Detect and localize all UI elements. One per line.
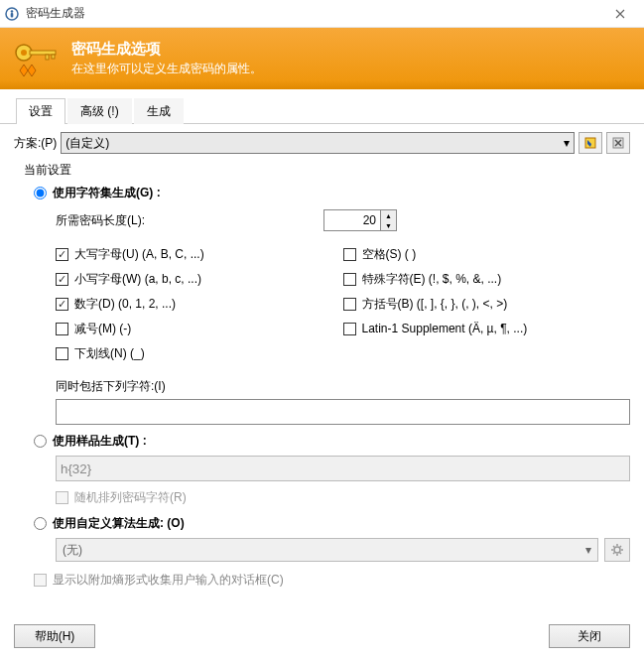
svg-point-1 [11,10,14,13]
entropy-checkbox[interactable] [34,574,47,587]
scheme-label: 方案:(P) [14,135,57,152]
window-title: 密码生成器 [26,5,600,22]
svg-line-15 [613,546,615,548]
close-window-button[interactable] [600,0,640,28]
radio-charset[interactable]: 使用字符集生成(G) : [34,185,630,201]
checkbox[interactable] [343,248,356,261]
checkbox-label: 空格(S) ( ) [362,246,417,263]
svg-point-10 [614,547,620,553]
tab-generate[interactable]: 生成 [134,98,184,124]
radio-pattern-input[interactable] [34,435,47,448]
key-icon [12,39,62,78]
close-button[interactable]: 关闭 [549,624,630,648]
banner: 密码生成选项 在这里你可以定义生成密码的属性。 [0,28,644,89]
checkbox-row[interactable]: 方括号(B) ([, ], {, }, (, ), <, >) [343,294,631,314]
save-profile-button[interactable] [579,132,602,154]
checkbox[interactable] [343,273,356,286]
scheme-value: (自定义) [65,135,109,152]
radio-algorithm[interactable]: 使用自定义算法生成: (O) [34,515,630,532]
tab-advanced[interactable]: 高级 (!) [67,98,132,124]
checkbox[interactable] [56,273,68,286]
also-include-label: 同时包括下列字符:(I) [56,378,630,395]
svg-rect-6 [46,55,49,60]
radio-algorithm-input[interactable] [34,517,47,530]
algorithm-select: (无) ▾ [56,538,598,562]
length-label: 所需密码长度(L): [56,212,323,229]
algorithm-value: (无) [63,542,82,559]
svg-rect-5 [30,51,56,55]
pattern-input [56,456,630,481]
shuffle-checkbox [56,491,68,504]
length-input[interactable] [324,210,380,230]
entropy-label: 显示以附加熵形式收集用户输入的对话框(C) [53,572,284,589]
checkbox[interactable] [56,298,68,311]
checkbox-row[interactable]: 大写字母(U) (A, B, C, ...) [56,244,343,264]
tab-settings[interactable]: 设置 [16,98,65,124]
checkbox-label: 特殊字符(E) (!, $, %, &, ...) [362,271,502,288]
app-icon [4,6,20,22]
radio-pattern[interactable]: 使用样品生成(T) : [34,433,630,450]
checkbox-row[interactable]: 减号(M) (-) [56,319,343,338]
svg-rect-2 [11,13,14,18]
checkbox-row[interactable]: Latin-1 Supplement (Ä, µ, ¶, ...) [343,319,631,338]
svg-line-17 [613,553,615,555]
checkbox[interactable] [56,323,68,335]
chevron-down-icon: ▾ [564,136,570,150]
radio-charset-input[interactable] [34,187,47,199]
checkbox-row[interactable]: 小写字母(W) (a, b, c, ...) [56,269,343,289]
group-title: 当前设置 [24,162,630,179]
shuffle-label: 随机排列密码字符(R) [74,489,187,506]
svg-line-18 [620,546,622,548]
checkbox-label: 小写字母(W) (a, b, c, ...) [74,271,201,288]
checkbox-label: 方括号(B) ([, ], {, }, (, ), <, >) [362,296,508,313]
svg-rect-7 [52,55,55,59]
tabs: 设置 高级 (!) 生成 [0,97,644,124]
checkbox[interactable] [343,298,356,311]
checkbox-row[interactable]: 空格(S) ( ) [343,244,631,264]
checkbox-label: 减号(M) (-) [74,321,131,337]
checkbox-row[interactable]: 数字(D) (0, 1, 2, ...) [56,294,343,314]
checkbox-label: 大写字母(U) (A, B, C, ...) [74,246,204,263]
delete-profile-button[interactable] [606,132,630,154]
svg-line-16 [620,553,622,555]
help-button[interactable]: 帮助(H) [14,624,95,648]
length-spinner[interactable]: ▲ ▼ [323,209,397,231]
checkbox[interactable] [56,248,68,261]
scheme-select[interactable]: (自定义) ▾ [61,132,575,154]
checkbox-label: 下划线(N) (_) [74,345,145,362]
checkbox[interactable] [343,323,356,335]
spin-up-button[interactable]: ▲ [381,210,396,220]
svg-point-4 [21,50,27,56]
spin-down-button[interactable]: ▼ [381,220,396,230]
checkbox-row[interactable]: 下划线(N) (_) [56,343,343,363]
algorithm-settings-button [604,538,630,562]
checkbox-label: Latin-1 Supplement (Ä, µ, ¶, ...) [362,322,528,335]
banner-heading: 密码生成选项 [71,40,262,59]
checkbox[interactable] [56,347,68,360]
checkbox-label: 数字(D) (0, 1, 2, ...) [74,296,176,313]
checkbox-row[interactable]: 特殊字符(E) (!, $, %, &, ...) [343,269,631,289]
banner-subtitle: 在这里你可以定义生成密码的属性。 [71,61,262,77]
chevron-down-icon: ▾ [585,543,591,557]
also-include-input[interactable] [56,399,630,425]
